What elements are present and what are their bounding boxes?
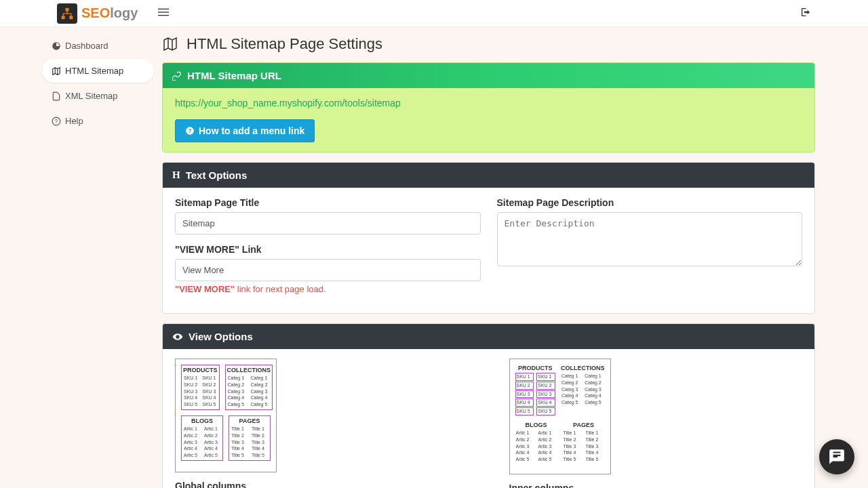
svg-rect-5 xyxy=(158,15,169,16)
global-columns-label: Global columns xyxy=(175,481,469,488)
inner-columns-section: PRODUCTS SKU 1SKU 2SKU 3SKU 4SKU 5SKU 1S… xyxy=(509,359,803,488)
svg-rect-0 xyxy=(66,7,69,11)
page-header: HTML Sitemap Page Settings xyxy=(162,35,815,53)
sidebar-item-dashboard[interactable]: Dashboard xyxy=(42,34,154,58)
topbar: SEOlogy xyxy=(0,0,868,27)
sitemap-url-link[interactable]: https://your_shop_name.myshopify.com/too… xyxy=(175,98,802,108)
sidebar-item-label: Dashboard xyxy=(65,41,108,51)
brand-logo[interactable]: SEOlogy xyxy=(57,3,138,24)
chat-widget[interactable] xyxy=(819,439,854,474)
text-options-card: H Text Options Sitemap Page Title "VIEW … xyxy=(162,162,815,314)
main-content: HTML Sitemap Page Settings HTML Sitemap … xyxy=(154,27,868,488)
heading-icon: H xyxy=(172,169,180,181)
logout-icon[interactable] xyxy=(800,7,811,20)
viewmore-label: "VIEW MORE" Link xyxy=(175,244,481,255)
link-icon xyxy=(172,71,182,81)
chat-icon xyxy=(828,448,846,466)
map-icon xyxy=(52,66,61,76)
desc-label: Sitemap Page Description xyxy=(497,197,803,208)
text-options-header: H Text Options xyxy=(163,163,814,188)
dashboard-icon xyxy=(52,41,61,51)
sidebar-item-xml-sitemap[interactable]: XML Sitemap xyxy=(42,84,154,108)
map-icon xyxy=(162,36,178,52)
title-label: Sitemap Page Title xyxy=(175,197,481,208)
svg-rect-1 xyxy=(62,16,65,19)
logo-icon xyxy=(57,3,77,24)
question-icon: ? xyxy=(185,126,195,136)
svg-rect-4 xyxy=(158,12,169,12)
view-options-card: View Options PRODUCTS SKU 1SKU 2SKU 3SKU… xyxy=(162,323,815,488)
inner-columns-label: Inner columns xyxy=(509,483,803,488)
url-card-header: HTML Sitemap URL xyxy=(163,63,814,88)
file-icon xyxy=(52,92,61,101)
viewmore-hint: "VIEW MORE" link for next page load. xyxy=(175,284,481,294)
eye-icon xyxy=(172,331,183,342)
global-columns-section: PRODUCTS SKU 1SKU 2SKU 3SKU 4SKU 5SKU 1S… xyxy=(175,359,469,488)
sidebar-item-label: XML Sitemap xyxy=(65,91,118,101)
svg-rect-2 xyxy=(69,16,73,19)
viewmore-input[interactable] xyxy=(175,259,481,281)
sidebar-item-html-sitemap[interactable]: HTML Sitemap xyxy=(42,59,154,83)
url-card: HTML Sitemap URL https://your_shop_name.… xyxy=(162,62,815,152)
how-to-add-menu-button[interactable]: ? How to add a menu link xyxy=(175,119,315,142)
sidebar-item-label: HTML Sitemap xyxy=(65,66,123,76)
global-diagram: PRODUCTS SKU 1SKU 2SKU 3SKU 4SKU 5SKU 1S… xyxy=(175,359,277,472)
inner-diagram: PRODUCTS SKU 1SKU 2SKU 3SKU 4SKU 5SKU 1S… xyxy=(509,359,611,474)
description-textarea[interactable] xyxy=(497,212,803,266)
svg-text:?: ? xyxy=(189,128,192,134)
sidebar-item-label: Help xyxy=(65,116,83,126)
view-options-header: View Options xyxy=(163,324,814,349)
menu-toggle-icon[interactable] xyxy=(158,7,169,20)
sidebar-item-help[interactable]: ? Help xyxy=(42,109,154,133)
svg-rect-3 xyxy=(158,9,169,9)
help-icon: ? xyxy=(52,117,61,126)
logo-text: SEOlogy xyxy=(81,5,138,21)
sitemap-title-input[interactable] xyxy=(175,212,481,235)
sidebar: Dashboard HTML Sitemap XML Sitemap ? Hel… xyxy=(42,27,154,488)
svg-text:?: ? xyxy=(55,118,58,124)
page-title: HTML Sitemap Page Settings xyxy=(186,35,382,53)
